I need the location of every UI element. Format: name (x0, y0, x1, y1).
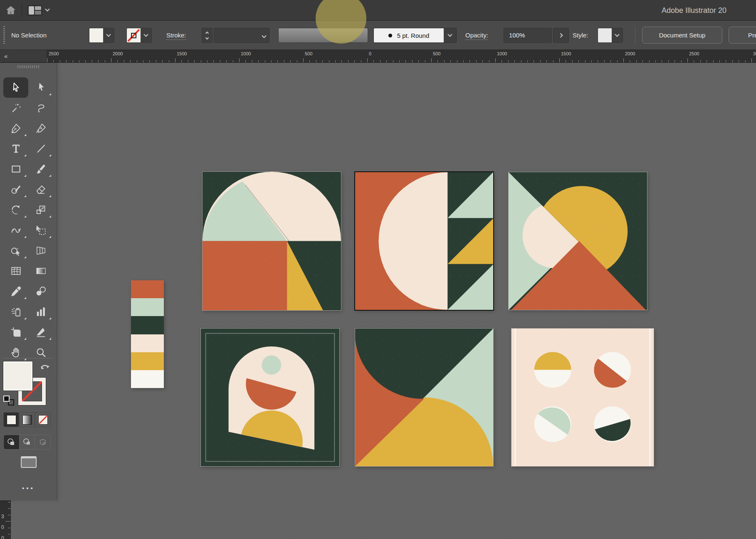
magic-wand-tool[interactable] (3, 98, 28, 118)
slice-tool[interactable] (28, 322, 53, 342)
opacity-label[interactable]: Opacity: (465, 21, 488, 50)
paint-color-button[interactable] (3, 412, 19, 427)
artboard-half-moon-triangles[interactable] (355, 172, 493, 310)
ruler-tick (143, 60, 143, 62)
ruler-tick (393, 60, 393, 62)
ruler-tick (681, 60, 682, 62)
collapse-panel-button[interactable]: « (0, 50, 47, 63)
arrange-documents-chevron-icon[interactable] (45, 7, 49, 11)
dome-quadrants-artwork (203, 172, 341, 310)
artboard-quarter-waves[interactable] (355, 329, 493, 466)
curvature-tool[interactable] (28, 118, 53, 138)
paintbrush-tool[interactable] (28, 159, 53, 179)
column-graph-tool[interactable] (28, 302, 53, 322)
shape-builder-icon (10, 245, 22, 257)
ruler-tick (418, 60, 419, 62)
mesh-tool[interactable] (3, 261, 28, 281)
change-screen-mode-button[interactable] (21, 456, 37, 468)
document-setup-button[interactable]: Document Setup (642, 27, 722, 44)
stroke-dropdown[interactable] (141, 28, 151, 42)
blend-tool[interactable] (28, 281, 53, 302)
swatch-yellow[interactable] (131, 352, 164, 370)
opacity-field[interactable]: 100% (504, 28, 552, 43)
preferences-button[interactable]: Prefe (729, 27, 756, 44)
artboard-split-circles[interactable] (511, 329, 654, 466)
ruler-label: 1000 (497, 51, 507, 56)
ruler-tick (617, 60, 618, 62)
rectangle-tool[interactable] (3, 159, 28, 179)
ruler-tick (297, 60, 297, 62)
fill-dropdown[interactable] (103, 28, 114, 42)
symbol-sprayer-tool[interactable] (3, 302, 28, 322)
tools-panel-grip[interactable] (17, 65, 39, 68)
rotate-tool[interactable] (3, 200, 28, 220)
hand-tool[interactable] (3, 342, 28, 363)
tools-panel: ••• (0, 63, 57, 500)
panel-grip[interactable] (3, 26, 5, 45)
ruler-tick (559, 58, 560, 62)
paint-none-button[interactable] (35, 412, 51, 427)
magic-wand-icon (10, 102, 22, 114)
artboard-sun-mountain[interactable] (509, 172, 647, 310)
default-fill-stroke-icon[interactable] (3, 396, 14, 405)
swatch-mint[interactable] (131, 298, 164, 316)
paint-gradient-button[interactable] (19, 412, 35, 427)
ruler-tick (380, 60, 380, 62)
fill-swatch[interactable] (89, 28, 103, 42)
draw-normal-button[interactable] (4, 435, 20, 449)
swatch-dark-green[interactable] (131, 316, 164, 334)
canvas[interactable] (0, 63, 756, 539)
ruler-tick (290, 60, 291, 62)
opacity-panel-button[interactable] (553, 28, 569, 43)
ruler-label: 2500 (49, 51, 59, 56)
style-picker[interactable] (598, 28, 623, 43)
swatch-orange[interactable] (131, 280, 164, 298)
brush-dropdown[interactable] (444, 28, 456, 42)
draw-behind-button[interactable] (20, 435, 35, 449)
fill-color-picker[interactable] (89, 28, 114, 43)
stroke-color-picker[interactable] (126, 28, 152, 43)
artboard-tool[interactable] (3, 322, 28, 342)
shape-builder-tool[interactable] (3, 240, 28, 261)
scale-tool[interactable] (28, 200, 53, 220)
fill-proxy[interactable] (3, 361, 32, 391)
stroke-swatch-none[interactable] (127, 28, 141, 42)
style-dropdown[interactable] (612, 28, 623, 42)
width-profile-preview[interactable] (278, 28, 368, 43)
artboard-arch-figure[interactable] (201, 329, 339, 466)
width-tool[interactable] (3, 220, 28, 240)
line-segment-tool[interactable] (28, 138, 53, 159)
arrange-documents-icon[interactable] (27, 5, 42, 16)
swatch-white[interactable] (131, 370, 164, 388)
type-tool[interactable] (3, 138, 28, 159)
artboard-dome-quadrants[interactable] (203, 172, 341, 310)
eyedropper-tool[interactable] (3, 281, 28, 302)
home-icon[interactable] (5, 5, 17, 16)
eraser-tool[interactable] (28, 179, 53, 200)
brush-definition-picker[interactable]: 5 pt. Round (373, 28, 457, 43)
ruler-tick (694, 60, 694, 62)
swatch-cream[interactable] (131, 334, 164, 352)
edit-toolbar-button[interactable]: ••• (0, 485, 57, 492)
vertical-ruler[interactable]: 300 (0, 500, 11, 539)
pen-tool[interactable] (3, 118, 28, 138)
perspective-grid-tool[interactable] (28, 240, 53, 261)
stroke-weight-field[interactable] (214, 28, 269, 43)
swap-fill-stroke-icon[interactable] (40, 362, 51, 371)
gradient-tool[interactable] (28, 261, 53, 281)
selection-tool[interactable] (3, 77, 28, 98)
zoom-tool[interactable] (28, 342, 53, 363)
color-swatch-strip-artwork[interactable] (131, 280, 164, 388)
draw-inside-button[interactable] (35, 435, 50, 449)
ruler-tick (73, 60, 73, 62)
stroke-label[interactable]: Stroke: (166, 21, 186, 50)
free-transform-tool[interactable] (28, 220, 53, 240)
direct-selection-tool[interactable] (28, 77, 53, 98)
ruler-tick (405, 60, 406, 62)
ruler-tick (277, 60, 278, 62)
stroke-weight-stepper[interactable] (202, 28, 212, 43)
lasso-tool[interactable] (28, 98, 53, 118)
horizontal-ruler[interactable]: 2500200015001000500050010001500200025003… (0, 50, 756, 63)
shaper-tool[interactable] (3, 179, 28, 200)
style-swatch[interactable] (598, 28, 612, 42)
